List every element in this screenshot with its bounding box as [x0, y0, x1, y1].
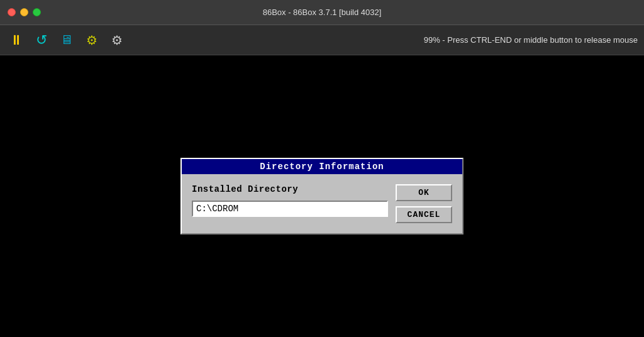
close-button[interactable] — [8, 8, 16, 16]
dialog-title: Directory Information — [260, 162, 384, 172]
dialog-left-panel: Installed Directory — [192, 184, 388, 223]
dialog-buttons: OK CANCEL — [396, 184, 452, 223]
title-bar: 86Box - 86Box 3.7.1 [build 4032] — [0, 0, 644, 25]
ok-button[interactable]: OK — [396, 184, 452, 201]
pause-icon[interactable]: ⏸ — [6, 30, 26, 50]
directory-input[interactable] — [192, 201, 388, 217]
minimize-button[interactable] — [20, 8, 28, 16]
traffic-lights — [8, 8, 41, 16]
window-title: 86Box - 86Box 3.7.1 [build 4032] — [263, 8, 382, 17]
main-content: Directory Information Installed Director… — [0, 55, 644, 337]
gear-icon[interactable]: ⚙ — [107, 30, 127, 50]
toolbar: ⏸ ↺ 🖥 ⚙ ⚙ 99% - Press CTRL-END or middle… — [0, 25, 644, 55]
installed-directory-label: Installed Directory — [192, 184, 388, 194]
settings-icon[interactable]: ⚙ — [82, 30, 102, 50]
cancel-button[interactable]: CANCEL — [396, 206, 452, 223]
dialog-title-bar: Directory Information — [182, 159, 462, 174]
maximize-button[interactable] — [33, 8, 41, 16]
screen-icon[interactable]: 🖥 — [57, 30, 77, 50]
dialog-body: Installed Directory OK CANCEL — [182, 174, 462, 233]
refresh-icon[interactable]: ↺ — [31, 30, 52, 50]
directory-info-dialog: Directory Information Installed Director… — [180, 158, 464, 235]
status-text: 99% - Press CTRL-END or middle button to… — [424, 35, 638, 45]
